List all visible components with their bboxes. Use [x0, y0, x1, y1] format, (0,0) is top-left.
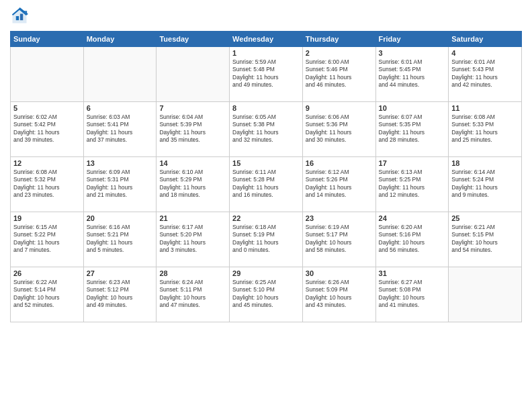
calendar-cell: 29Sunrise: 6:25 AM Sunset: 5:10 PM Dayli… — [230, 267, 303, 322]
day-number: 12 — [13, 159, 81, 167]
day-info: Sunrise: 6:06 AM Sunset: 5:36 PM Dayligh… — [306, 113, 373, 144]
day-number: 6 — [87, 104, 154, 112]
calendar-cell: 25Sunrise: 6:21 AM Sunset: 5:15 PM Dayli… — [449, 212, 522, 267]
day-info: Sunrise: 6:26 AM Sunset: 5:09 PM Dayligh… — [306, 279, 373, 310]
day-number: 29 — [232, 269, 300, 277]
calendar-cell: 19Sunrise: 6:15 AM Sunset: 5:22 PM Dayli… — [11, 212, 84, 267]
weekday-header-thursday: Thursday — [302, 32, 375, 47]
day-number: 4 — [451, 49, 519, 57]
day-info: Sunrise: 6:24 AM Sunset: 5:11 PM Dayligh… — [159, 279, 226, 310]
day-info: Sunrise: 6:19 AM Sunset: 5:17 PM Dayligh… — [306, 224, 373, 255]
day-number: 22 — [232, 214, 300, 222]
week-row-1: 1Sunrise: 5:59 AM Sunset: 5:48 PM Daylig… — [11, 47, 522, 102]
day-number: 11 — [451, 104, 519, 112]
day-number: 10 — [379, 104, 446, 112]
day-info: Sunrise: 6:23 AM Sunset: 5:12 PM Dayligh… — [87, 279, 154, 310]
day-number: 23 — [306, 214, 373, 222]
weekday-header-sunday: Sunday — [11, 32, 84, 47]
day-number: 16 — [306, 159, 373, 167]
day-info: Sunrise: 6:14 AM Sunset: 5:24 PM Dayligh… — [451, 169, 519, 199]
calendar-cell — [83, 47, 157, 102]
day-number: 21 — [159, 214, 226, 222]
day-info: Sunrise: 6:01 AM Sunset: 5:45 PM Dayligh… — [379, 58, 446, 89]
day-number: 1 — [232, 49, 300, 57]
calendar-cell: 1Sunrise: 5:59 AM Sunset: 5:48 PM Daylig… — [230, 47, 303, 102]
day-number: 3 — [379, 49, 446, 57]
weekday-header-row: SundayMondayTuesdayWednesdayThursdayFrid… — [11, 32, 522, 47]
day-info: Sunrise: 6:25 AM Sunset: 5:10 PM Dayligh… — [232, 279, 300, 310]
logo-icon — [10, 7, 29, 26]
day-number: 14 — [159, 159, 226, 167]
calendar-cell: 24Sunrise: 6:20 AM Sunset: 5:16 PM Dayli… — [375, 212, 449, 267]
svg-rect-3 — [20, 14, 23, 21]
calendar-cell: 23Sunrise: 6:19 AM Sunset: 5:17 PM Dayli… — [302, 212, 375, 267]
day-info: Sunrise: 6:08 AM Sunset: 5:32 PM Dayligh… — [13, 169, 81, 199]
calendar-cell: 18Sunrise: 6:14 AM Sunset: 5:24 PM Dayli… — [449, 157, 522, 212]
weekday-header-saturday: Saturday — [449, 32, 522, 47]
day-info: Sunrise: 6:07 AM Sunset: 5:35 PM Dayligh… — [379, 113, 446, 144]
day-number: 8 — [232, 104, 300, 112]
day-info: Sunrise: 6:08 AM Sunset: 5:33 PM Dayligh… — [451, 113, 519, 144]
weekday-header-friday: Friday — [375, 32, 449, 47]
day-number: 26 — [13, 269, 81, 277]
day-number: 28 — [159, 269, 226, 277]
day-number: 24 — [379, 214, 446, 222]
calendar-cell: 4Sunrise: 6:01 AM Sunset: 5:43 PM Daylig… — [449, 47, 522, 102]
calendar-cell: 15Sunrise: 6:11 AM Sunset: 5:28 PM Dayli… — [230, 157, 303, 212]
calendar-cell: 22Sunrise: 6:18 AM Sunset: 5:19 PM Dayli… — [230, 212, 303, 267]
day-info: Sunrise: 6:13 AM Sunset: 5:25 PM Dayligh… — [379, 169, 446, 199]
day-info: Sunrise: 6:11 AM Sunset: 5:28 PM Dayligh… — [232, 169, 300, 199]
calendar-cell — [449, 267, 522, 322]
calendar-cell: 9Sunrise: 6:06 AM Sunset: 5:36 PM Daylig… — [302, 102, 375, 157]
day-number: 7 — [159, 104, 226, 112]
day-number: 2 — [306, 49, 373, 57]
calendar-cell: 11Sunrise: 6:08 AM Sunset: 5:33 PM Dayli… — [449, 102, 522, 157]
week-row-3: 12Sunrise: 6:08 AM Sunset: 5:32 PM Dayli… — [11, 157, 522, 212]
weekday-header-monday: Monday — [83, 32, 157, 47]
day-number: 17 — [379, 159, 446, 167]
calendar-cell: 7Sunrise: 6:04 AM Sunset: 5:39 PM Daylig… — [157, 102, 230, 157]
day-number: 30 — [306, 269, 373, 277]
day-info: Sunrise: 6:16 AM Sunset: 5:21 PM Dayligh… — [87, 224, 154, 255]
calendar-cell: 27Sunrise: 6:23 AM Sunset: 5:12 PM Dayli… — [83, 267, 157, 322]
calendar-cell: 2Sunrise: 6:00 AM Sunset: 5:46 PM Daylig… — [302, 47, 375, 102]
day-number: 18 — [451, 159, 519, 167]
day-info: Sunrise: 6:09 AM Sunset: 5:31 PM Dayligh… — [87, 169, 154, 199]
day-number: 19 — [13, 214, 81, 222]
logo — [10, 7, 32, 26]
header — [10, 7, 522, 26]
day-info: Sunrise: 6:12 AM Sunset: 5:26 PM Dayligh… — [306, 169, 373, 199]
calendar-cell: 8Sunrise: 6:05 AM Sunset: 5:38 PM Daylig… — [230, 102, 303, 157]
day-number: 15 — [232, 159, 300, 167]
day-info: Sunrise: 6:27 AM Sunset: 5:08 PM Dayligh… — [379, 279, 446, 310]
day-info: Sunrise: 6:17 AM Sunset: 5:20 PM Dayligh… — [159, 224, 226, 255]
calendar-cell: 20Sunrise: 6:16 AM Sunset: 5:21 PM Dayli… — [83, 212, 157, 267]
calendar-cell: 30Sunrise: 6:26 AM Sunset: 5:09 PM Dayli… — [302, 267, 375, 322]
day-number: 20 — [87, 214, 154, 222]
calendar-cell: 14Sunrise: 6:10 AM Sunset: 5:29 PM Dayli… — [157, 157, 230, 212]
calendar-cell: 17Sunrise: 6:13 AM Sunset: 5:25 PM Dayli… — [375, 157, 449, 212]
weekday-header-wednesday: Wednesday — [230, 32, 303, 47]
calendar-cell: 5Sunrise: 6:02 AM Sunset: 5:42 PM Daylig… — [11, 102, 84, 157]
week-row-5: 26Sunrise: 6:22 AM Sunset: 5:14 PM Dayli… — [11, 267, 522, 322]
calendar-cell: 16Sunrise: 6:12 AM Sunset: 5:26 PM Dayli… — [302, 157, 375, 212]
day-info: Sunrise: 6:05 AM Sunset: 5:38 PM Dayligh… — [232, 113, 300, 144]
calendar-cell: 21Sunrise: 6:17 AM Sunset: 5:20 PM Dayli… — [157, 212, 230, 267]
day-info: Sunrise: 6:02 AM Sunset: 5:42 PM Dayligh… — [13, 113, 81, 144]
calendar-table: SundayMondayTuesdayWednesdayThursdayFrid… — [10, 31, 522, 322]
calendar-cell: 3Sunrise: 6:01 AM Sunset: 5:45 PM Daylig… — [375, 47, 449, 102]
day-number: 25 — [451, 214, 519, 222]
calendar-cell: 12Sunrise: 6:08 AM Sunset: 5:32 PM Dayli… — [11, 157, 84, 212]
day-info: Sunrise: 6:10 AM Sunset: 5:29 PM Dayligh… — [159, 169, 226, 199]
calendar-cell — [11, 47, 84, 102]
calendar-cell: 28Sunrise: 6:24 AM Sunset: 5:11 PM Dayli… — [157, 267, 230, 322]
week-row-2: 5Sunrise: 6:02 AM Sunset: 5:42 PM Daylig… — [11, 102, 522, 157]
day-info: Sunrise: 6:22 AM Sunset: 5:14 PM Dayligh… — [13, 279, 81, 310]
svg-rect-2 — [16, 16, 19, 20]
day-info: Sunrise: 5:59 AM Sunset: 5:48 PM Dayligh… — [232, 58, 300, 89]
day-number: 13 — [87, 159, 154, 167]
day-number: 9 — [306, 104, 373, 112]
calendar-cell: 6Sunrise: 6:03 AM Sunset: 5:41 PM Daylig… — [83, 102, 157, 157]
calendar-cell — [157, 47, 230, 102]
day-number: 27 — [87, 269, 154, 277]
